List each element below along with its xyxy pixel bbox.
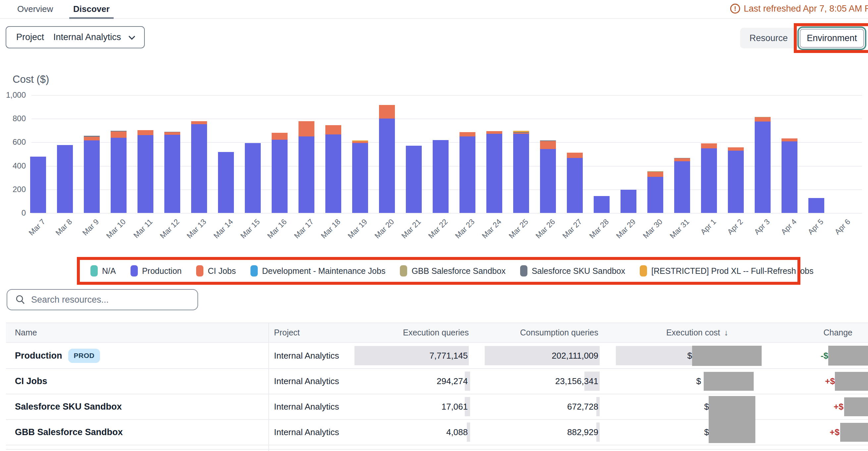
bar-segment-salesforce-sku-sandbox[interactable] bbox=[111, 131, 127, 132]
legend-label: GBB Salesforce Sandbox bbox=[411, 266, 505, 276]
bar-segment-ci-jobs[interactable] bbox=[513, 133, 529, 134]
bar-segment-salesforce-sku-sandbox[interactable] bbox=[84, 136, 100, 137]
bar-segment-production[interactable] bbox=[299, 136, 314, 213]
bar-segment-production[interactable] bbox=[701, 148, 717, 213]
bar-segment-production[interactable] bbox=[540, 149, 556, 213]
bar-segment-ci-jobs[interactable] bbox=[299, 121, 314, 136]
bar-segment-production[interactable] bbox=[218, 152, 234, 213]
bar-segment-ci-jobs[interactable] bbox=[781, 138, 798, 141]
bar-segment-production[interactable] bbox=[406, 146, 422, 213]
project-filter-dropdown[interactable]: Project Internal Analytics bbox=[6, 26, 145, 49]
consumption-queries-value: 882,929 bbox=[486, 420, 598, 445]
bar-segment-ci-jobs[interactable] bbox=[137, 130, 153, 135]
y-axis-tick-label: 1,000 bbox=[1, 90, 26, 100]
tab-overview[interactable]: Overview bbox=[17, 0, 53, 18]
resource-name-text: Salesforce SKU Sandbox bbox=[15, 402, 122, 412]
bar-segment-ci-jobs[interactable] bbox=[191, 121, 207, 124]
bar-segment-ci-jobs[interactable] bbox=[111, 131, 127, 137]
bar-segment-production[interactable] bbox=[191, 124, 207, 213]
legend-swatch-icon bbox=[196, 265, 204, 277]
bar-segment-production[interactable] bbox=[460, 136, 475, 213]
bar-segment-gbb-salesforce-sandbox[interactable] bbox=[755, 117, 771, 117]
bar-segment--restricted-prod-xl-full-refresh-jobs[interactable] bbox=[513, 131, 529, 132]
bar-segment-production[interactable] bbox=[486, 134, 502, 213]
bar-segment-ci-jobs[interactable] bbox=[164, 132, 180, 134]
legend-item[interactable]: [RESTRICTED] Prod XL -- Full-Refresh job… bbox=[640, 265, 813, 277]
resource-name[interactable]: Salesforce SKU Sandbox bbox=[15, 394, 122, 419]
bar-segment-production[interactable] bbox=[30, 157, 46, 213]
group-by-environment-button[interactable]: Environment bbox=[800, 29, 864, 48]
bar-segment-production[interactable] bbox=[379, 119, 395, 213]
bar-segment-production[interactable] bbox=[57, 145, 73, 213]
bar-segment-production[interactable] bbox=[111, 138, 127, 213]
group-by-resource-button[interactable]: Resource bbox=[740, 28, 797, 49]
bar-segment-ci-jobs[interactable] bbox=[460, 132, 475, 136]
legend-item[interactable]: Development - Maintenance Jobs bbox=[250, 265, 385, 277]
bar-segment-ci-jobs[interactable] bbox=[567, 153, 583, 158]
resource-name[interactable]: CI Jobs bbox=[15, 368, 48, 394]
bar-segment-ci-jobs[interactable] bbox=[701, 143, 717, 148]
bar-segment-ci-jobs[interactable] bbox=[272, 133, 287, 139]
bar-segment-production[interactable] bbox=[137, 135, 153, 213]
bar-segment-ci-jobs[interactable] bbox=[674, 158, 690, 161]
y-axis-tick-label: 200 bbox=[1, 185, 26, 194]
bar-segment-gbb-salesforce-sandbox[interactable] bbox=[647, 171, 663, 172]
bar-segment-production[interactable] bbox=[164, 135, 180, 213]
bar-segment-ci-jobs[interactable] bbox=[755, 117, 771, 122]
legend-item[interactable]: GBB Salesforce Sandbox bbox=[400, 265, 505, 277]
column-header-execution-queries[interactable]: Execution queries bbox=[370, 323, 469, 342]
bar-segment-production[interactable] bbox=[84, 140, 100, 213]
legend-item[interactable]: Salesforce SKU Sandbox bbox=[520, 265, 625, 277]
table-row[interactable]: CI Jobs Internal Analytics 294,274 23,15… bbox=[6, 368, 868, 394]
legend-label: Development - Maintenance Jobs bbox=[262, 266, 385, 276]
bar-segment-production[interactable] bbox=[621, 190, 637, 213]
bar-segment-production[interactable] bbox=[594, 196, 610, 213]
legend-item[interactable]: Production bbox=[130, 265, 182, 277]
bar-segment-salesforce-sku-sandbox[interactable] bbox=[164, 132, 180, 132]
bar-segment-production[interactable] bbox=[755, 122, 771, 213]
search-resources-input[interactable] bbox=[31, 295, 189, 305]
table-row[interactable]: Production PROD Internal Analytics 7,771… bbox=[6, 343, 868, 369]
bar-segment-production[interactable] bbox=[674, 161, 690, 213]
bar-segment-ci-jobs[interactable] bbox=[84, 137, 100, 140]
bar-segment-production[interactable] bbox=[808, 198, 824, 213]
legend-item[interactable]: N/A bbox=[90, 265, 116, 277]
bar-segment--restricted-prod-xl-full-refresh-jobs[interactable] bbox=[352, 140, 368, 141]
legend-item[interactable]: CI Jobs bbox=[196, 265, 236, 277]
column-header-change[interactable]: Change bbox=[795, 323, 852, 342]
bar-segment-production[interactable] bbox=[326, 134, 341, 213]
bar-segment-production[interactable] bbox=[647, 177, 663, 213]
bar-segment-salesforce-sku-sandbox[interactable] bbox=[540, 140, 556, 141]
bar-segment-production[interactable] bbox=[781, 141, 798, 213]
bar-segment-production[interactable] bbox=[245, 143, 261, 213]
bar-segment-ci-jobs[interactable] bbox=[379, 105, 395, 119]
bar-segment-production[interactable] bbox=[513, 134, 529, 213]
bar-segment-ci-jobs[interactable] bbox=[352, 141, 368, 143]
bar-segment-salesforce-sku-sandbox[interactable] bbox=[513, 132, 529, 133]
execution-cost-value: $ bbox=[655, 420, 709, 445]
execution-cost-label: Execution cost bbox=[666, 328, 720, 337]
column-header-name[interactable]: Name bbox=[15, 323, 37, 342]
legend-swatch-icon bbox=[640, 265, 647, 277]
bar-segment-production[interactable] bbox=[352, 143, 368, 213]
bar-segment-production[interactable] bbox=[728, 151, 744, 213]
project-value: Internal Analytics bbox=[274, 343, 339, 368]
bar-segment-ci-jobs[interactable] bbox=[647, 172, 663, 177]
legend-swatch-icon bbox=[250, 265, 258, 277]
tab-discover[interactable]: Discover bbox=[73, 0, 110, 18]
resource-name[interactable]: Production PROD bbox=[15, 343, 100, 368]
column-header-project[interactable]: Project bbox=[274, 323, 300, 342]
column-header-consumption-queries[interactable]: Consumption queries bbox=[486, 323, 598, 342]
bar-segment-production[interactable] bbox=[433, 140, 448, 213]
change-value: +$ bbox=[802, 368, 835, 394]
sort-descending-icon[interactable]: ↓ bbox=[724, 328, 728, 337]
bar-segment-production[interactable] bbox=[567, 158, 583, 213]
bar-segment-ci-jobs[interactable] bbox=[728, 147, 744, 151]
resource-name[interactable]: GBB Salesforce Sandbox bbox=[15, 420, 123, 445]
bar-segment-ci-jobs[interactable] bbox=[486, 131, 502, 134]
bar-segment-production[interactable] bbox=[272, 140, 287, 213]
bar-segment-salesforce-sku-sandbox[interactable] bbox=[674, 158, 690, 158]
bar-segment-ci-jobs[interactable] bbox=[540, 141, 556, 149]
column-header-execution-cost[interactable]: Execution cost ↓ bbox=[629, 323, 728, 342]
bar-segment-ci-jobs[interactable] bbox=[326, 125, 341, 134]
